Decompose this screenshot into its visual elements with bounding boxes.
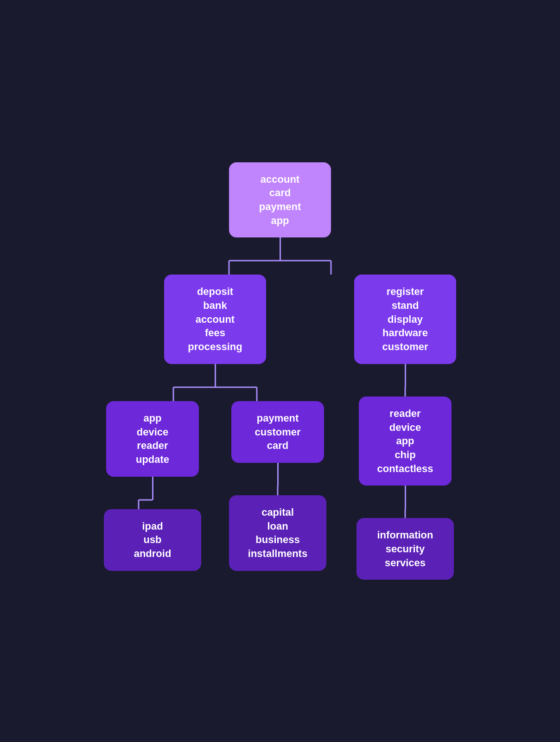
branch-l1-left-l2 [146,387,285,401]
node-l2-mid: payment customer card [231,401,324,463]
l2-left-branch: app device reader update ipad usb androi… [104,401,201,571]
node-l3-mid: capital loan business installments [229,495,326,571]
branch-l2-left-l3 [129,500,176,509]
node-l1-left: deposit bank account fees processing [164,275,266,364]
branch-l1-right-l2 [382,387,428,397]
level2-left-row: app device reader update ipad usb androi… [104,401,326,571]
l2-right-branch: reader device app chip contactless infor… [356,397,454,580]
l1-left-branch: deposit bank account fees processing app… [104,275,326,570]
node-l1-right: register stand display hardware customer [354,275,456,364]
connector-l2-right-down [405,486,406,509]
node-l2-left: app device reader update [106,401,199,477]
node-l3-left: ipad usb android [104,509,201,571]
level3-left-row: ipad usb android [104,509,201,571]
node-root: account card payment app [229,162,331,238]
tree-container: account card payment app deposit bank ac… [0,144,560,599]
branch-l2-mid-l3 [255,486,301,495]
branch-l2-right-l3 [382,509,428,518]
connector-l1-right-down [405,364,406,387]
root-branch: account card payment app deposit bank ac… [104,162,456,580]
l2-mid-branch: payment customer card capital loan busin… [229,401,326,571]
connector-l2-left-down [152,477,153,500]
node-l3-right: information security services [356,518,454,580]
connector-l2-mid-down [277,463,279,486]
connector-l1-left-down [215,364,216,387]
branch-root-l1 [164,261,396,275]
node-l2-right: reader device app chip contactless [359,397,452,486]
level1-row: deposit bank account fees processing app… [104,275,456,580]
connector-root-down [280,237,281,261]
l1-right-branch: register stand display hardware customer… [354,275,456,580]
